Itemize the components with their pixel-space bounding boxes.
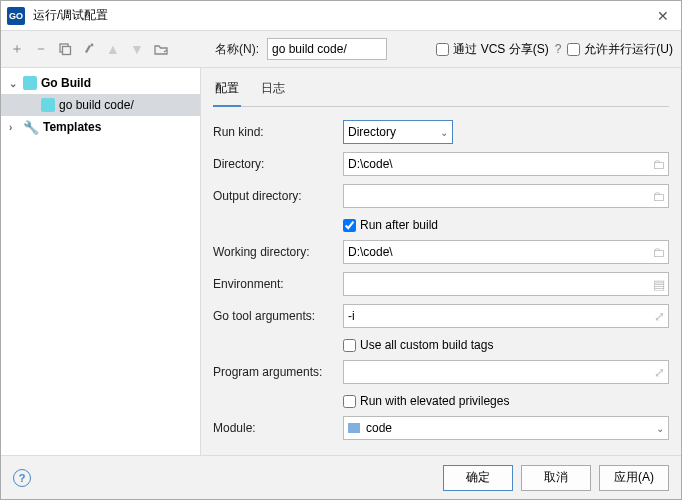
folder-icon[interactable]: [153, 41, 169, 57]
run-elevated-check[interactable]: [343, 395, 356, 408]
run-kind-label: Run kind:: [213, 125, 343, 139]
help-button[interactable]: ?: [13, 469, 31, 487]
dialog-window: GO 运行/调试配置 ✕ ＋ － ▲ ▼ 名称(N): 通过 VCS 分享(S)…: [0, 0, 682, 500]
directory-input[interactable]: [343, 152, 669, 176]
output-dir-input[interactable]: [343, 184, 669, 208]
svg-point-2: [91, 44, 94, 47]
down-icon[interactable]: ▼: [129, 41, 145, 57]
ok-button[interactable]: 确定: [443, 465, 513, 491]
config-tree[interactable]: ⌄ Go Build go build code/ › 🔧 Templates: [1, 68, 201, 455]
run-after-build-label: Run after build: [360, 218, 438, 232]
tree-label: Templates: [43, 120, 101, 134]
go-tool-args-label: Go tool arguments:: [213, 309, 343, 323]
tree-node-go-build[interactable]: ⌄ Go Build: [1, 72, 200, 94]
go-tool-args-input[interactable]: [343, 304, 669, 328]
dialog-body: ⌄ Go Build go build code/ › 🔧 Templates …: [1, 67, 681, 455]
tree-toolbar: ＋ － ▲ ▼: [9, 41, 209, 57]
environment-label: Environment:: [213, 277, 343, 291]
toolbar: ＋ － ▲ ▼ 名称(N): 通过 VCS 分享(S) ? 允许并行运行(U): [1, 31, 681, 67]
add-icon[interactable]: ＋: [9, 41, 25, 57]
config-header: 名称(N): 通过 VCS 分享(S) ? 允许并行运行(U): [215, 38, 673, 60]
use-build-tags-checkbox[interactable]: Use all custom build tags: [343, 333, 669, 357]
chevron-down-icon: ⌄: [440, 127, 448, 138]
config-panel: 配置 日志 Run kind: Directory ⌄ Directory: 🗀: [201, 68, 681, 455]
name-label: 名称(N):: [215, 41, 259, 58]
tree-item-go-build-code[interactable]: go build code/: [1, 94, 200, 116]
run-elevated-label: Run with elevated privileges: [360, 394, 509, 408]
tree-node-templates[interactable]: › 🔧 Templates: [1, 116, 200, 138]
working-dir-label: Working directory:: [213, 245, 343, 259]
tree-label: go build code/: [59, 98, 134, 112]
tab-logs[interactable]: 日志: [259, 74, 287, 106]
run-kind-value: Directory: [348, 125, 396, 139]
tab-config[interactable]: 配置: [213, 74, 241, 107]
module-label: Module:: [213, 421, 343, 435]
close-button[interactable]: ✕: [651, 8, 675, 24]
module-select[interactable]: code ⌄: [343, 416, 669, 440]
wrench-icon: 🔧: [23, 120, 39, 135]
output-dir-label: Output directory:: [213, 189, 343, 203]
config-form: Run kind: Directory ⌄ Directory: 🗀 Outpu…: [213, 107, 669, 455]
module-value: code: [366, 421, 392, 435]
apply-button[interactable]: 应用(A): [599, 465, 669, 491]
title-bar: GO 运行/调试配置 ✕: [1, 1, 681, 31]
tab-bar: 配置 日志: [213, 74, 669, 107]
allow-parallel-label: 允许并行运行(U): [584, 41, 673, 58]
use-build-tags-label: Use all custom build tags: [360, 338, 493, 352]
cancel-button[interactable]: 取消: [521, 465, 591, 491]
share-vcs-checkbox[interactable]: 通过 VCS 分享(S): [436, 41, 548, 58]
chevron-down-icon: ⌄: [656, 423, 664, 434]
tree-label: Go Build: [41, 76, 91, 90]
program-args-input[interactable]: [343, 360, 669, 384]
allow-parallel-checkbox[interactable]: 允许并行运行(U): [567, 41, 673, 58]
dialog-footer: ? 确定 取消 应用(A): [1, 455, 681, 499]
run-kind-select[interactable]: Directory ⌄: [343, 120, 453, 144]
chevron-right-icon[interactable]: ›: [9, 122, 19, 133]
module-icon: [348, 423, 360, 433]
up-icon[interactable]: ▲: [105, 41, 121, 57]
run-elevated-checkbox[interactable]: Run with elevated privileges: [343, 389, 669, 413]
name-input[interactable]: [267, 38, 387, 60]
go-icon: [23, 76, 37, 90]
window-title: 运行/调试配置: [33, 7, 651, 24]
run-after-build-check[interactable]: [343, 219, 356, 232]
edit-icon[interactable]: [81, 41, 97, 57]
allow-parallel-check[interactable]: [567, 43, 580, 56]
help-icon[interactable]: ?: [555, 42, 562, 56]
svg-rect-1: [63, 47, 71, 55]
app-icon: GO: [7, 7, 25, 25]
program-args-label: Program arguments:: [213, 365, 343, 379]
share-vcs-label: 通过 VCS 分享(S): [453, 41, 548, 58]
copy-icon[interactable]: [57, 41, 73, 57]
environment-input[interactable]: [343, 272, 669, 296]
run-after-build-checkbox[interactable]: Run after build: [343, 213, 669, 237]
chevron-down-icon[interactable]: ⌄: [9, 78, 19, 89]
go-icon: [41, 98, 55, 112]
directory-label: Directory:: [213, 157, 343, 171]
share-vcs-check[interactable]: [436, 43, 449, 56]
use-build-tags-check[interactable]: [343, 339, 356, 352]
remove-icon[interactable]: －: [33, 41, 49, 57]
working-dir-input[interactable]: [343, 240, 669, 264]
